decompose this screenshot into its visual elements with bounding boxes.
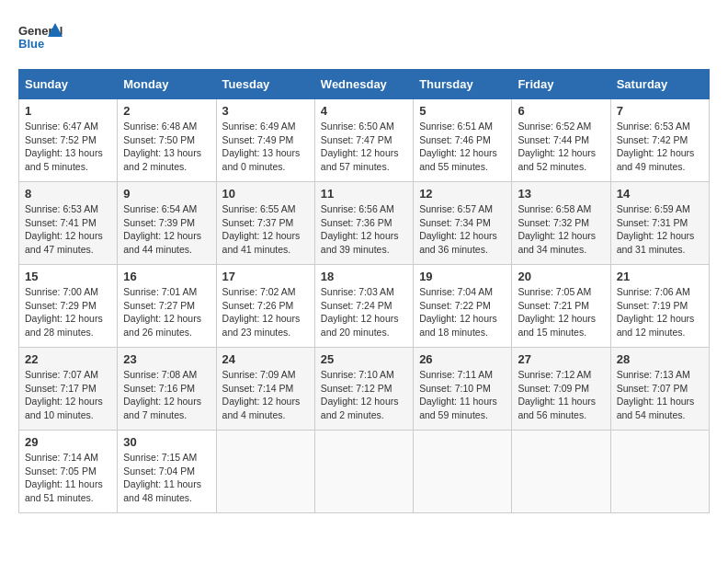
day-info: Sunrise: 6:55 AM — [222, 202, 309, 216]
day-info: Daylight: 13 hours — [222, 146, 309, 160]
day-number: 5 — [419, 104, 506, 118]
day-number: 19 — [419, 270, 506, 283]
day-info: and 31 minutes. — [617, 243, 703, 257]
day-info: Sunrise: 7:00 AM — [25, 285, 111, 299]
day-info: and 28 minutes. — [25, 326, 111, 339]
calendar-cell — [512, 431, 610, 513]
day-info: Sunset: 7:04 PM — [123, 465, 210, 478]
day-number: 17 — [222, 270, 309, 283]
day-info: Daylight: 12 hours — [25, 395, 111, 408]
day-number: 20 — [518, 270, 604, 283]
logo: General Blue — [18, 18, 64, 60]
day-info: and 51 minutes. — [25, 491, 111, 505]
day-info: Daylight: 11 hours — [419, 395, 506, 408]
day-info: Daylight: 13 hours — [123, 146, 210, 160]
calendar-cell: 9Sunrise: 6:54 AMSunset: 7:39 PMDaylight… — [118, 182, 216, 265]
day-number: 28 — [617, 352, 703, 366]
day-info: Sunset: 7:12 PM — [321, 382, 407, 396]
day-number: 23 — [123, 352, 210, 366]
day-number: 12 — [419, 187, 506, 201]
day-info: Sunset: 7:42 PM — [617, 133, 703, 147]
day-info: Sunset: 7:24 PM — [321, 299, 407, 313]
day-info: Daylight: 12 hours — [518, 146, 604, 160]
day-info: Daylight: 12 hours — [617, 146, 703, 160]
day-info: Daylight: 12 hours — [321, 395, 407, 408]
day-info: Sunrise: 6:51 AM — [419, 120, 506, 133]
day-info: and 48 minutes. — [123, 491, 210, 505]
day-info: Daylight: 12 hours — [617, 312, 703, 326]
calendar-cell: 30Sunrise: 7:15 AMSunset: 7:04 PMDayligh… — [118, 431, 216, 513]
day-number: 14 — [617, 187, 703, 201]
day-info: Sunset: 7:52 PM — [25, 133, 111, 147]
day-info: Sunrise: 6:53 AM — [617, 120, 703, 133]
calendar-week-2: 8Sunrise: 6:53 AMSunset: 7:41 PMDaylight… — [19, 182, 710, 265]
day-number: 27 — [518, 352, 604, 366]
day-info: Sunrise: 6:49 AM — [222, 120, 309, 133]
calendar-cell: 5Sunrise: 6:51 AMSunset: 7:46 PMDaylight… — [414, 99, 512, 182]
day-info: and 2 minutes. — [123, 160, 210, 174]
column-header-friday: Friday — [512, 70, 610, 99]
day-info: Daylight: 12 hours — [123, 312, 210, 326]
day-number: 18 — [321, 270, 407, 283]
day-info: Daylight: 11 hours — [518, 395, 604, 408]
page-header: General Blue — [18, 18, 710, 60]
day-info: Sunset: 7:17 PM — [25, 382, 111, 396]
day-number: 16 — [123, 270, 210, 283]
day-info: and 26 minutes. — [123, 326, 210, 339]
day-number: 15 — [25, 270, 111, 283]
day-info: Sunrise: 7:03 AM — [321, 285, 407, 299]
day-info: Daylight: 12 hours — [123, 229, 210, 243]
day-info: Sunset: 7:05 PM — [25, 465, 111, 478]
day-info: Sunrise: 7:09 AM — [222, 368, 309, 382]
day-info: Sunset: 7:14 PM — [222, 382, 309, 396]
column-header-saturday: Saturday — [610, 70, 709, 99]
day-info: Sunrise: 7:06 AM — [617, 285, 703, 299]
calendar-cell: 20Sunrise: 7:05 AMSunset: 7:21 PMDayligh… — [512, 265, 610, 348]
day-info: Daylight: 12 hours — [123, 395, 210, 408]
calendar-cell: 25Sunrise: 7:10 AMSunset: 7:12 PMDayligh… — [314, 348, 413, 431]
day-info: Sunset: 7:31 PM — [617, 216, 703, 230]
column-header-tuesday: Tuesday — [216, 70, 314, 99]
calendar-cell — [414, 431, 512, 513]
day-number: 9 — [123, 187, 210, 201]
calendar-cell: 27Sunrise: 7:12 AMSunset: 7:09 PMDayligh… — [512, 348, 610, 431]
day-info: Sunrise: 7:08 AM — [123, 368, 210, 382]
day-info: Sunrise: 7:01 AM — [123, 285, 210, 299]
day-info: and 55 minutes. — [419, 160, 506, 174]
day-info: and 0 minutes. — [222, 160, 309, 174]
day-info: Daylight: 12 hours — [321, 229, 407, 243]
day-info: Daylight: 12 hours — [518, 229, 604, 243]
day-info: and 15 minutes. — [518, 326, 604, 339]
day-info: Sunset: 7:16 PM — [123, 382, 210, 396]
day-info: Sunset: 7:50 PM — [123, 133, 210, 147]
day-info: Sunset: 7:32 PM — [518, 216, 604, 230]
day-info: Sunrise: 7:14 AM — [25, 451, 111, 465]
day-info: Sunrise: 6:54 AM — [123, 202, 210, 216]
calendar-cell: 28Sunrise: 7:13 AMSunset: 7:07 PMDayligh… — [610, 348, 709, 431]
day-info: Sunrise: 6:59 AM — [617, 202, 703, 216]
day-info: and 18 minutes. — [419, 326, 506, 339]
column-header-thursday: Thursday — [414, 70, 512, 99]
day-info: and 34 minutes. — [518, 243, 604, 257]
day-info: Sunset: 7:26 PM — [222, 299, 309, 313]
calendar-cell: 18Sunrise: 7:03 AMSunset: 7:24 PMDayligh… — [314, 265, 413, 348]
day-info: and 4 minutes. — [222, 408, 309, 422]
day-info: and 39 minutes. — [321, 243, 407, 257]
day-info: and 23 minutes. — [222, 326, 309, 339]
day-info: and 2 minutes. — [321, 408, 407, 422]
day-info: Daylight: 11 hours — [123, 477, 210, 491]
calendar-cell: 10Sunrise: 6:55 AMSunset: 7:37 PMDayligh… — [216, 182, 314, 265]
day-info: Sunrise: 7:12 AM — [518, 368, 604, 382]
day-info: Sunset: 7:21 PM — [518, 299, 604, 313]
calendar-cell: 29Sunrise: 7:14 AMSunset: 7:05 PMDayligh… — [19, 431, 118, 513]
calendar-table: SundayMondayTuesdayWednesdayThursdayFrid… — [18, 69, 710, 513]
day-info: Daylight: 11 hours — [25, 477, 111, 491]
day-number: 8 — [25, 187, 111, 201]
day-info: and 47 minutes. — [25, 243, 111, 257]
day-info: Sunrise: 7:04 AM — [419, 285, 506, 299]
calendar-cell: 26Sunrise: 7:11 AMSunset: 7:10 PMDayligh… — [414, 348, 512, 431]
day-info: and 49 minutes. — [617, 160, 703, 174]
day-info: Sunset: 7:19 PM — [617, 299, 703, 313]
svg-text:Blue: Blue — [18, 37, 44, 51]
day-info: and 36 minutes. — [419, 243, 506, 257]
